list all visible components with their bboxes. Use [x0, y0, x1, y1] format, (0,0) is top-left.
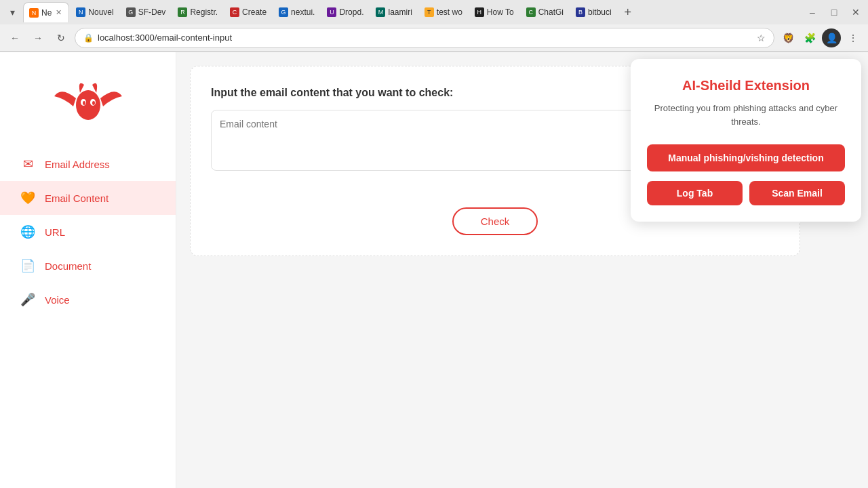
- extensions-icon[interactable]: 🧩: [800, 28, 819, 47]
- extension-popup: AI-Sheild Extension Protecting you from …: [631, 59, 861, 222]
- menu-icon[interactable]: ⋮: [844, 28, 863, 47]
- tab-favicon-11: C: [526, 7, 536, 17]
- tab-10[interactable]: H How To: [469, 2, 519, 22]
- tab-3[interactable]: G SF-Dev: [121, 2, 172, 22]
- tab-11[interactable]: C ChatGi: [521, 2, 569, 22]
- tab-label-9: test wo: [437, 7, 462, 17]
- tab-label-5: Create: [242, 7, 267, 17]
- tab-label-10: How To: [487, 7, 514, 17]
- close-window-button[interactable]: ✕: [846, 3, 865, 22]
- address-bar: ← → ↻ 🔒 localhost:3000/email-content-inp…: [0, 24, 868, 52]
- tab-favicon-3: G: [126, 7, 136, 17]
- tab-5[interactable]: C Create: [224, 2, 272, 22]
- tab-history-btn[interactable]: ▾: [3, 3, 22, 22]
- tab-2[interactable]: N Nouvel: [71, 2, 119, 22]
- toolbar-right: 🦁 🧩 👤 ⋮: [778, 28, 863, 47]
- url-icon: 🌐: [20, 224, 35, 239]
- tab-favicon-12: B: [576, 7, 585, 17]
- back-button[interactable]: ←: [5, 28, 24, 47]
- log-tab-button[interactable]: Log Tab: [647, 181, 743, 205]
- forward-button[interactable]: →: [28, 28, 47, 47]
- tab-label-6: nextui.: [291, 7, 315, 17]
- tab-favicon-2: N: [76, 7, 85, 17]
- minimize-button[interactable]: –: [803, 3, 822, 22]
- app-logo: [47, 73, 129, 127]
- tab-label-12: bitbuci: [588, 7, 612, 17]
- url-text: localhost:3000/email-content-input: [98, 33, 753, 43]
- main-content: Input the email content that you want to…: [176, 52, 868, 488]
- email-content-icon: 🧡: [20, 190, 35, 205]
- sidebar-label-email-content: Email Content: [45, 192, 108, 204]
- check-button[interactable]: Check: [452, 207, 538, 235]
- tab-favicon-7: U: [327, 7, 336, 17]
- browser-chrome: ▾ N Ne ✕ N Nouvel G SF-Dev R Registr. C …: [0, 0, 868, 52]
- email-address-icon: ✉: [20, 157, 35, 171]
- tab-favicon-9: T: [425, 7, 434, 17]
- sidebar-label-url: URL: [45, 226, 65, 238]
- tab-favicon-1: N: [29, 8, 39, 18]
- popup-title: AI-Sheild Extension: [647, 78, 845, 94]
- sidebar-label-document: Document: [45, 260, 91, 272]
- svg-point-3: [83, 101, 85, 105]
- tab-favicon-4: R: [178, 7, 187, 17]
- tab-label-3: SF-Dev: [138, 7, 166, 17]
- tab-bar: ▾ N Ne ✕ N Nouvel G SF-Dev R Registr. C …: [0, 0, 868, 24]
- window-controls: – □ ✕: [803, 3, 865, 22]
- new-tab-button[interactable]: +: [618, 3, 637, 22]
- tab-12[interactable]: B bitbuci: [570, 2, 617, 22]
- tab-favicon-8: M: [376, 7, 385, 17]
- sidebar-item-document[interactable]: 📄 Document: [0, 249, 176, 283]
- tab-6[interactable]: G nextui.: [273, 2, 320, 22]
- tab-favicon-5: C: [230, 7, 239, 17]
- tab-favicon-6: G: [279, 7, 288, 17]
- lock-icon: 🔒: [83, 33, 94, 43]
- sidebar-item-email-address[interactable]: ✉ Email Address: [0, 147, 176, 181]
- document-icon: 📄: [20, 258, 35, 273]
- sidebar-label-voice: Voice: [45, 294, 70, 306]
- tab-active[interactable]: N Ne ✕: [23, 2, 69, 22]
- tab-label-8: laamiri: [388, 7, 412, 17]
- tab-favicon-10: H: [475, 7, 484, 17]
- voice-icon: 🎤: [20, 292, 35, 307]
- brave-shield-icon[interactable]: 🦁: [778, 28, 797, 47]
- bookmark-icon[interactable]: ☆: [757, 33, 766, 43]
- tab-label-4: Registr.: [190, 7, 218, 17]
- tab-label-11: ChatGi: [538, 7, 564, 17]
- svg-point-0: [76, 90, 100, 120]
- tab-8[interactable]: M laamiri: [370, 2, 417, 22]
- sidebar-item-email-content[interactable]: 🧡 Email Content: [0, 181, 176, 215]
- popup-row-buttons: Log Tab Scan Email: [647, 181, 845, 205]
- reload-button[interactable]: ↻: [52, 28, 71, 47]
- url-bar[interactable]: 🔒 localhost:3000/email-content-input ☆: [75, 28, 774, 48]
- tab-9[interactable]: T test wo: [419, 2, 468, 22]
- tab-close-1[interactable]: ✕: [54, 7, 63, 18]
- sidebar: ✉ Email Address 🧡 Email Content 🌐 URL 📄 …: [0, 52, 176, 488]
- tab-7[interactable]: U Dropd.: [321, 2, 369, 22]
- tab-label-2: Nouvel: [88, 7, 113, 17]
- scan-email-button[interactable]: Scan Email: [749, 181, 845, 205]
- tab-label-7: Dropd.: [339, 7, 363, 17]
- maximize-button[interactable]: □: [825, 3, 844, 22]
- sidebar-item-voice[interactable]: 🎤 Voice: [0, 283, 176, 317]
- svg-point-4: [92, 101, 95, 105]
- sidebar-item-url[interactable]: 🌐 URL: [0, 215, 176, 249]
- sidebar-label-email-address: Email Address: [45, 159, 110, 170]
- tab-label-1: Ne: [41, 8, 52, 18]
- popup-subtitle: Protecting you from phishing attacks and…: [647, 102, 845, 128]
- manual-detection-button[interactable]: Manual phishing/vishing detection: [647, 144, 845, 171]
- logo-container: [0, 66, 176, 147]
- app-container: ✉ Email Address 🧡 Email Content 🌐 URL 📄 …: [0, 52, 868, 488]
- profile-icon[interactable]: 👤: [822, 28, 841, 47]
- tab-4[interactable]: R Registr.: [172, 2, 223, 22]
